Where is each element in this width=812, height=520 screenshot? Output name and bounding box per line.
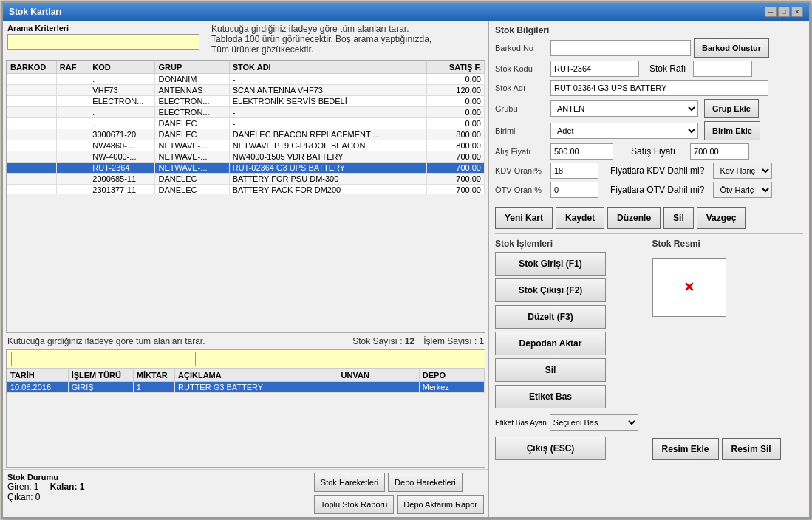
main-table-scroll[interactable]: BARKOD RAF KOD GRUP STOK ADI SATIŞ F. . (7, 61, 485, 194)
sil-islem-btn[interactable]: Sil (495, 358, 606, 382)
depo-hareketleri-btn[interactable]: Depo Hareketleri (388, 473, 463, 492)
cell-kod: RUT-2364 (89, 162, 155, 174)
raporlar-row-1: Stok Hareketleri Depo Hareketleri (314, 473, 484, 492)
resim-sil-btn[interactable]: Resim Sil (722, 438, 781, 460)
minimize-button[interactable]: ─ (765, 7, 777, 17)
stok-durumu-values: Giren: 1 Kalan: 1 Çıkan: 0 (7, 482, 308, 502)
col-tarih[interactable]: TARİH (7, 369, 69, 382)
stok-rafi-input[interactable] (693, 61, 752, 77)
col-satis[interactable]: SATIŞ F. (426, 61, 484, 74)
toplu-stok-raporu-btn[interactable]: Toplu Stok Raporu (314, 495, 395, 514)
cell-islem-turu: GİRİŞ (68, 382, 133, 393)
maximize-button[interactable]: □ (778, 7, 790, 17)
otv-orani-input[interactable] (550, 182, 598, 198)
fiyatlara-otv-label: Fiyatlara ÖTV Dahil mi? (610, 185, 704, 195)
etiket-bas-ayan-label: Etiket Bas Ayan (495, 419, 547, 427)
table-row[interactable]: . DONANIM - 0.00 (7, 74, 485, 85)
barkod-no-label: Barkod No (495, 44, 550, 52)
etiket-bas-btn[interactable]: Etiket Bas (495, 385, 606, 408)
col-aciklama[interactable]: AÇIKLAMA (175, 369, 338, 382)
table-row[interactable]: . ELECTRON... - 0.00 (7, 107, 485, 118)
sil-btn[interactable]: Sil (663, 207, 694, 229)
bottom-search-input[interactable] (11, 352, 196, 366)
cell-raf (56, 96, 89, 107)
col-islem-turu[interactable]: İŞLEM TÜRÜ (68, 369, 133, 382)
search-input[interactable] (7, 34, 199, 50)
window-title: Stok Kartları (9, 7, 61, 17)
birim-ekle-btn[interactable]: Birim Ekle (704, 121, 760, 140)
cell-raf (56, 162, 89, 174)
stok-cikisi-btn[interactable]: Stok Çıkışı (F2) (495, 278, 606, 302)
birimi-select[interactable]: Adet (550, 123, 698, 139)
table-row[interactable]: RUT-2364 NETWAVE-... RUT-02364 G3 UPS BA… (7, 162, 485, 174)
barkod-no-input[interactable] (550, 40, 691, 56)
duzenle-btn[interactable]: Düzenle (607, 207, 661, 229)
bottom-table-scroll[interactable]: TARİH İŞLEM TÜRÜ MİKTAR AÇIKLAMA UNVAN D… (7, 369, 485, 393)
kdv-orani-input[interactable] (550, 162, 598, 179)
alis-fiyati-input[interactable] (550, 143, 613, 160)
duzelt-f3-btn[interactable]: Düzelt (F3) (495, 305, 606, 329)
col-miktar[interactable]: MİKTAR (133, 369, 174, 382)
col-barkod[interactable]: BARKOD (7, 61, 57, 74)
col-raf[interactable]: RAF (56, 61, 89, 74)
stok-adi-group: Stok Adı (495, 80, 803, 96)
stok-kodu-input[interactable] (550, 61, 639, 77)
cell-grup: ELECTRON... (155, 96, 229, 107)
cell-raf (56, 185, 89, 194)
etiket-select[interactable]: Seçileni Bas (550, 414, 638, 431)
stok-girisi-btn[interactable]: Stok Girişi (F1) (495, 252, 606, 276)
raporlar-row-2: Toplu Stok Raporu Depo Aktarım Rapor (314, 495, 484, 514)
stok-hareketleri-btn[interactable]: Stok Hareketleri (314, 473, 385, 492)
bottom-search-row (7, 350, 485, 369)
table-row[interactable]: VHF73 ANTENNAS SCAN ANTENNA VHF73 120.00 (7, 85, 485, 96)
table-row[interactable]: 3000671-20 DANELEC DANELEC BEACON REPLAC… (7, 129, 485, 140)
depodan-aktar-btn[interactable]: Depodan Aktar (495, 332, 606, 355)
cikis-btn[interactable]: Çıkış (ESC) (495, 437, 606, 460)
otv-dahil-select[interactable]: Ötv Hariç Ötv Dahil (713, 182, 772, 198)
image-placeholder: ✕ (652, 258, 726, 317)
table-row[interactable]: . DANELEC - 0.00 (7, 118, 485, 129)
cell-barkod (7, 74, 57, 85)
stok-islemleri-title: Stok İşlemleri (495, 239, 646, 249)
cell-satis: 700.00 (426, 151, 484, 162)
kaydet-btn[interactable]: Kaydet (556, 207, 604, 229)
table-row[interactable]: 2301377-11 DANELEC BATTERY PACK FOR DM20… (7, 185, 485, 194)
satis-fiyati-input[interactable] (690, 143, 749, 160)
vazgec-btn[interactable]: Vazgeç (697, 207, 746, 229)
cell-unvan (338, 382, 419, 393)
depo-aktarim-rapor-btn[interactable]: Depo Aktarım Rapor (397, 495, 484, 514)
cell-barkod (7, 118, 57, 129)
cell-grup: DANELEC (155, 118, 229, 129)
otv-group: ÖTV Oranı% Fiyatlara ÖTV Dahil mi? Ötv H… (495, 182, 803, 198)
stok-adi-input[interactable] (550, 80, 768, 96)
cell-stok-adi: DANELEC BEACON REPLACEMENT ... (229, 129, 426, 140)
cell-raf (56, 107, 89, 118)
grup-ekle-btn[interactable]: Grup Ekle (704, 99, 759, 118)
kdv-dahil-select[interactable]: Kdv Hariç Kdv Dahil (713, 162, 772, 179)
stok-kodu-label: Stok Kodu (495, 64, 550, 73)
col-grup[interactable]: GRUP (155, 61, 229, 74)
col-depo[interactable]: DEPO (419, 369, 484, 382)
yeni-kart-btn[interactable]: Yeni Kart (495, 207, 553, 229)
col-kod[interactable]: KOD (89, 61, 155, 74)
birimi-label: Birimi (495, 126, 550, 135)
table-row[interactable]: 10.08.2016 GİRİŞ 1 RUTTER G3 BATTERY Mer… (7, 382, 485, 393)
col-stok-adi[interactable]: STOK ADI (229, 61, 426, 74)
table-row[interactable]: 2000685-11 DANELEC BATTERY FOR PSU DM-30… (7, 174, 485, 185)
search-hint: Kutucuğa girdiğiniz ifadeye göre tüm ala… (211, 24, 431, 55)
cell-grup: ANTENNAS (155, 85, 229, 96)
table-row[interactable]: NW4860-... NETWAVE-... NETWAVE PT9 C-PRO… (7, 140, 485, 151)
cell-satis: 0.00 (426, 74, 484, 85)
col-unvan[interactable]: UNVAN (338, 369, 419, 382)
cell-kod: . (89, 118, 155, 129)
resim-ekle-btn[interactable]: Resim Ekle (652, 438, 719, 460)
table-row[interactable]: ELECTRON... ELECTRON... ELEKTRONİK SERVİ… (7, 96, 485, 107)
cell-grup: NETWAVE-... (155, 151, 229, 162)
grubu-select[interactable]: ANTEN (550, 100, 698, 117)
close-button[interactable]: ✕ (791, 7, 803, 17)
barkod-no-group: Barkod No Barkod Oluştur (495, 38, 803, 58)
cell-barkod (7, 185, 57, 194)
table-row[interactable]: NW-4000-... NETWAVE-... NW4000-1505 VDR … (7, 151, 485, 162)
barkod-olustur-btn[interactable]: Barkod Oluştur (694, 38, 769, 58)
cell-raf (56, 129, 89, 140)
